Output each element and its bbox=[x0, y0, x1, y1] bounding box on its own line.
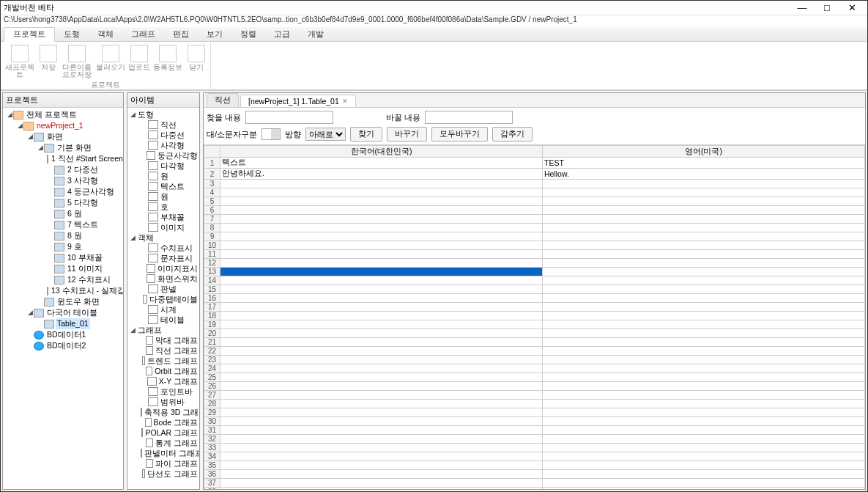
table-row[interactable]: 32 bbox=[204, 435, 865, 444]
case-toggle[interactable] bbox=[261, 128, 281, 140]
table-row[interactable]: 2안녕하세요.Hellow. bbox=[204, 169, 865, 180]
maximize-button[interactable]: □ bbox=[815, 1, 839, 15]
items-object-7[interactable]: 테이블 bbox=[141, 315, 198, 325]
cell-ko[interactable] bbox=[220, 461, 543, 470]
items-shape-10[interactable]: 이미지 bbox=[141, 222, 198, 232]
ribbon-btn-1[interactable]: 저장 bbox=[37, 43, 59, 79]
tree-screen-group[interactable]: ◢화면 bbox=[26, 131, 122, 142]
tab-1[interactable]: [newProject_1] 1.Table_01✕ bbox=[240, 95, 356, 107]
items-graph-4[interactable]: X-Y 그래프 bbox=[141, 376, 198, 386]
table-row[interactable]: 21 bbox=[204, 338, 865, 347]
cell-en[interactable] bbox=[543, 338, 865, 347]
table-row[interactable]: 11 bbox=[204, 250, 865, 259]
cell-ko[interactable] bbox=[220, 215, 543, 224]
cell-en[interactable]: Hellow. bbox=[543, 169, 865, 180]
items-graph-13[interactable]: 단선도 그래프 bbox=[141, 469, 198, 479]
ribbon-btn-3[interactable]: 불러오기 bbox=[94, 43, 127, 79]
tree-base-screen[interactable]: ◢기본 화면 bbox=[37, 142, 122, 153]
cell-ko[interactable] bbox=[220, 479, 543, 488]
cell-en[interactable] bbox=[543, 364, 865, 373]
table-row[interactable]: 19 bbox=[204, 320, 865, 329]
cell-ko[interactable] bbox=[220, 268, 543, 276]
ribbon-btn-6[interactable]: 닫기 bbox=[185, 43, 207, 79]
cell-ko[interactable]: 안녕하세요. bbox=[220, 169, 543, 180]
cell-ko[interactable] bbox=[220, 435, 543, 444]
menu-item-6[interactable]: 정렬 bbox=[231, 28, 265, 41]
cell-ko[interactable] bbox=[220, 180, 543, 188]
items-shape-6[interactable]: 텍스트 bbox=[141, 181, 198, 191]
cell-en[interactable] bbox=[543, 488, 865, 490]
ribbon-btn-2[interactable]: 다른이름으로저장 bbox=[61, 43, 93, 79]
table-row[interactable]: 14 bbox=[204, 276, 865, 285]
table-row[interactable]: 27 bbox=[204, 391, 865, 400]
tree-screen-item[interactable]: 7 텍스트 bbox=[47, 219, 122, 230]
items-graph-5[interactable]: 포인트바 bbox=[141, 386, 198, 397]
items-object-4[interactable]: 판넬 bbox=[141, 284, 198, 294]
items-shape-1[interactable]: 다중선 bbox=[141, 130, 198, 140]
items-graph-3[interactable]: Orbit 그래프 bbox=[141, 366, 198, 376]
minimize-button[interactable]: — bbox=[790, 1, 815, 15]
cell-en[interactable] bbox=[543, 224, 865, 232]
items-shape-8[interactable]: 호 bbox=[141, 202, 198, 212]
table-row[interactable]: 23 bbox=[204, 356, 865, 364]
cell-ko[interactable] bbox=[220, 470, 543, 479]
tree-project[interactable]: ◢newProject_1 bbox=[16, 120, 122, 131]
cell-ko[interactable] bbox=[220, 303, 543, 312]
table-row[interactable]: 4 bbox=[204, 188, 865, 197]
cell-ko[interactable] bbox=[220, 250, 543, 259]
items-tree[interactable]: ◢도형직선다중선사각형둥근사각형다각형원텍스트원호부채꼴이미지◢객체수치표시문자… bbox=[127, 108, 199, 489]
table-row[interactable]: 37 bbox=[204, 479, 865, 488]
table-row[interactable]: 22 bbox=[204, 347, 865, 356]
cell-ko[interactable] bbox=[220, 382, 543, 391]
ribbon-btn-4[interactable]: 업로드 bbox=[128, 43, 150, 79]
table-row[interactable]: 8 bbox=[204, 224, 865, 232]
cell-ko[interactable] bbox=[220, 276, 543, 285]
replace-input[interactable] bbox=[425, 111, 513, 124]
cell-en[interactable] bbox=[543, 417, 865, 426]
cell-ko[interactable] bbox=[220, 285, 543, 294]
replace-all-button[interactable]: 모두바꾸기 bbox=[431, 127, 488, 142]
menu-item-4[interactable]: 편집 bbox=[164, 28, 198, 41]
table-row[interactable]: 20 bbox=[204, 329, 865, 338]
cell-en[interactable] bbox=[543, 347, 865, 356]
items-shape-0[interactable]: 직선 bbox=[141, 120, 198, 130]
cell-en[interactable] bbox=[543, 444, 865, 452]
items-graph-12[interactable]: 파이 그래프 bbox=[141, 458, 198, 469]
table-row[interactable]: 15 bbox=[204, 285, 865, 294]
direction-select[interactable]: 아래로 bbox=[305, 128, 346, 141]
tree-screen-item[interactable]: 12 수치표시 bbox=[47, 274, 122, 285]
table-row[interactable]: 38 bbox=[204, 488, 865, 490]
tab-close-icon[interactable]: ✕ bbox=[342, 98, 348, 105]
items-shape-3[interactable]: 둥근사각형 bbox=[141, 150, 198, 161]
table-row[interactable]: 10 bbox=[204, 241, 865, 250]
table-row[interactable]: 18 bbox=[204, 312, 865, 320]
tree-bd2[interactable]: BD데이터2 bbox=[26, 340, 122, 351]
items-graph-2[interactable]: 트렌드 그래프 bbox=[141, 356, 198, 366]
table-row[interactable]: 7 bbox=[204, 215, 865, 224]
cell-en[interactable] bbox=[543, 408, 865, 417]
cell-en[interactable] bbox=[543, 391, 865, 400]
items-graph-8[interactable]: Bode 그래프 bbox=[141, 417, 198, 427]
cell-ko[interactable] bbox=[220, 347, 543, 356]
tree-screen-item[interactable]: 2 다중선 bbox=[47, 164, 122, 175]
cell-ko[interactable] bbox=[220, 356, 543, 364]
items-graph-7[interactable]: 축적용 3D 그래프 bbox=[141, 407, 198, 417]
table-row[interactable]: 9 bbox=[204, 232, 865, 241]
cell-ko[interactable] bbox=[220, 444, 543, 452]
table-row[interactable]: 30 bbox=[204, 417, 865, 426]
menu-item-5[interactable]: 보기 bbox=[198, 28, 231, 41]
menu-item-0[interactable]: 프로젝트 bbox=[4, 27, 55, 42]
cell-en[interactable]: TEST bbox=[543, 158, 865, 169]
table-row[interactable]: 13 bbox=[204, 268, 865, 276]
tree-bd1[interactable]: BD데이터1 bbox=[26, 329, 122, 340]
cell-ko[interactable] bbox=[220, 206, 543, 215]
cell-en[interactable] bbox=[543, 461, 865, 470]
table-row[interactable]: 3 bbox=[204, 180, 865, 188]
table-row[interactable]: 25 bbox=[204, 373, 865, 382]
cell-ko[interactable] bbox=[220, 197, 543, 206]
cell-en[interactable] bbox=[543, 435, 865, 444]
table-row[interactable]: 36 bbox=[204, 470, 865, 479]
table-row[interactable]: 34 bbox=[204, 452, 865, 461]
tree-screen-item[interactable]: 1 직선 #Start Screen bbox=[47, 153, 122, 164]
tree-root[interactable]: ◢전체 프로젝트 bbox=[6, 109, 122, 120]
